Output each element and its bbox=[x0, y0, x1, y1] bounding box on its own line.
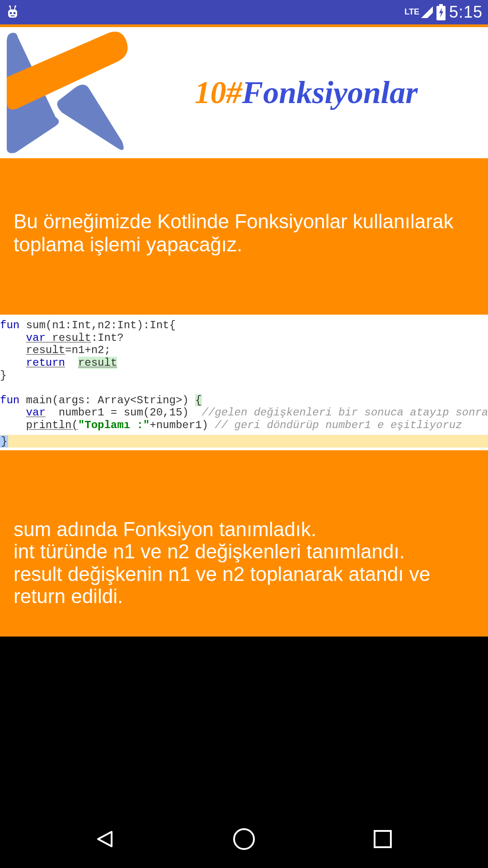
signal-icon bbox=[421, 6, 433, 18]
code-line-8: var number1 = sum(20,15) //gelen değişke… bbox=[0, 406, 488, 419]
signal-indicator: LTE bbox=[404, 6, 433, 18]
page-title: 10#Fonksiyonlar bbox=[129, 75, 483, 111]
svg-rect-7 bbox=[11, 15, 14, 16]
svg-point-6 bbox=[14, 12, 16, 14]
intro-text: Bu örneğimizde Kotlinde Fonksiyonlar kul… bbox=[14, 210, 453, 255]
home-button[interactable] bbox=[230, 826, 258, 853]
explanation-block: sum adında Fonksiyon tanımladık. int tür… bbox=[0, 450, 488, 637]
svg-rect-4 bbox=[8, 9, 17, 18]
explanation-text: sum adında Fonksiyon tanımladık. int tür… bbox=[14, 518, 430, 607]
code-line-5: } bbox=[0, 369, 488, 382]
battery-icon bbox=[436, 4, 446, 20]
kotlin-logo bbox=[5, 29, 129, 156]
back-button[interactable] bbox=[92, 826, 119, 853]
code-line-3: result=n1+n2; bbox=[0, 344, 488, 357]
svg-point-11 bbox=[234, 829, 254, 849]
code-block: fun sum(n1:Int,n2:Int):Int{ var result:I… bbox=[0, 315, 488, 450]
cursor-line-highlight bbox=[0, 435, 488, 448]
code-line-1: fun sum(n1:Int,n2:Int):Int{ bbox=[0, 319, 488, 332]
code-line-9: println("Toplamı :"+number1) // geri dön… bbox=[0, 419, 488, 432]
status-right: LTE 5:15 bbox=[404, 3, 483, 22]
svg-rect-12 bbox=[375, 831, 391, 847]
svg-rect-8 bbox=[439, 4, 443, 6]
network-label: LTE bbox=[404, 7, 419, 17]
svg-point-5 bbox=[10, 12, 12, 14]
navigation-bar bbox=[0, 810, 488, 868]
status-left bbox=[5, 5, 20, 19]
code-line-6 bbox=[0, 382, 488, 394]
app-icon bbox=[5, 5, 20, 19]
header-section: 10#Fonksiyonlar bbox=[0, 27, 488, 158]
clock-time: 5:15 bbox=[449, 3, 483, 22]
title-word: Fonksiyonlar bbox=[242, 75, 418, 110]
title-number: 10# bbox=[195, 75, 242, 110]
code-line-7: fun main(args: Array<String>) { bbox=[0, 394, 488, 407]
code-line-2: var result:Int? bbox=[0, 332, 488, 344]
intro-block: Bu örneğimizde Kotlinde Fonksiyonlar kul… bbox=[0, 158, 488, 315]
recent-button[interactable] bbox=[369, 826, 396, 853]
code-line-4: return result bbox=[0, 357, 488, 369]
home-icon bbox=[232, 827, 256, 851]
status-bar: LTE 5:15 bbox=[0, 0, 488, 24]
cursor-bracket: } bbox=[0, 435, 8, 448]
recent-icon bbox=[373, 829, 393, 849]
back-icon bbox=[94, 828, 116, 850]
